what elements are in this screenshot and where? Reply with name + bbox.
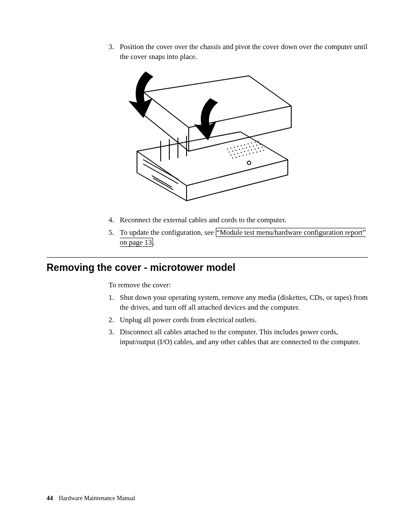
svg-point-25 [248, 150, 249, 151]
svg-point-10 [229, 152, 230, 152]
svg-point-0 [227, 149, 228, 149]
item-number: 3. [109, 327, 118, 337]
section-intro: To remove the cover: [109, 280, 368, 290]
svg-point-31 [236, 157, 237, 158]
svg-point-38 [260, 151, 261, 152]
section-heading: Removing the cover - microtower model [47, 261, 368, 274]
svg-point-37 [256, 152, 257, 152]
content-area: 3. Position the cover over the chassis a… [47, 42, 368, 350]
svg-point-5 [244, 144, 245, 145]
svg-point-20 [230, 155, 231, 156]
svg-point-4 [241, 145, 242, 146]
item-number: 2. [109, 315, 118, 325]
list-item: 2. Unplug all power cords from electrica… [47, 315, 368, 325]
svg-point-11 [232, 151, 233, 152]
svg-point-27 [255, 149, 255, 149]
list-item: 3. Position the cover over the chassis a… [47, 42, 368, 62]
ordered-list-2: 1. Shut down your operating system, remo… [47, 293, 368, 348]
svg-point-23 [241, 152, 242, 153]
svg-point-33 [243, 155, 243, 156]
svg-point-6 [248, 143, 249, 144]
svg-point-8 [255, 142, 255, 143]
svg-point-9 [258, 141, 259, 142]
svg-point-3 [237, 146, 238, 147]
ordered-list-1: 3. Position the cover over the chassis a… [47, 42, 368, 62]
svg-point-14 [243, 148, 243, 149]
svg-point-2 [234, 147, 235, 148]
svg-point-21 [234, 154, 235, 155]
list-item: 5. To update the configuration, see “Mod… [47, 228, 368, 248]
item-number: 4. [109, 215, 118, 225]
svg-point-12 [236, 150, 237, 151]
item-text: Shut down your operating system, remove … [120, 293, 368, 311]
item-number: 3. [109, 42, 118, 52]
svg-point-36 [253, 152, 254, 153]
figure-cover-install [120, 67, 368, 205]
list-item: 3. Disconnect all cables attached to the… [47, 327, 368, 347]
item-text: Position the cover over the chassis and … [120, 43, 367, 61]
item-number: 1. [109, 293, 118, 303]
svg-point-30 [232, 158, 233, 159]
page-number: 44 [47, 495, 53, 501]
svg-point-24 [244, 151, 245, 152]
svg-point-35 [249, 153, 250, 154]
svg-point-40 [247, 161, 251, 165]
item-text: Unplug all power cords from electrical o… [120, 316, 257, 324]
item-text: Disconnect all cables attached to the co… [120, 328, 360, 346]
svg-point-32 [239, 156, 240, 157]
svg-point-18 [256, 145, 257, 146]
svg-point-19 [260, 144, 261, 145]
item-text-post: . [153, 238, 155, 246]
svg-point-16 [249, 146, 250, 147]
svg-point-15 [246, 147, 247, 148]
item-text-pre: To update the configuration, see [120, 228, 216, 236]
section-rule [47, 257, 368, 258]
item-number: 5. [109, 228, 118, 238]
svg-point-7 [251, 143, 252, 143]
svg-point-13 [239, 149, 240, 150]
footer-title: Hardware Maintenance Manual [59, 495, 135, 501]
svg-point-29 [262, 147, 262, 148]
svg-point-1 [230, 148, 231, 149]
svg-point-28 [258, 148, 259, 149]
item-text: Reconnect the external cables and cords … [120, 216, 286, 224]
list-item: 1. Shut down your operating system, remo… [47, 293, 368, 313]
chassis-illustration [120, 67, 301, 205]
svg-point-17 [253, 146, 254, 146]
page-footer: 44 Hardware Maintenance Manual [47, 494, 135, 503]
svg-point-34 [246, 154, 247, 155]
svg-point-39 [263, 150, 264, 151]
ordered-list-1-cont: 4. Reconnect the external cables and cor… [47, 215, 368, 248]
svg-point-22 [237, 153, 238, 154]
list-item: 4. Reconnect the external cables and cor… [47, 215, 368, 225]
page: 3. Position the cover over the chassis a… [0, 0, 411, 532]
svg-point-26 [251, 149, 252, 150]
